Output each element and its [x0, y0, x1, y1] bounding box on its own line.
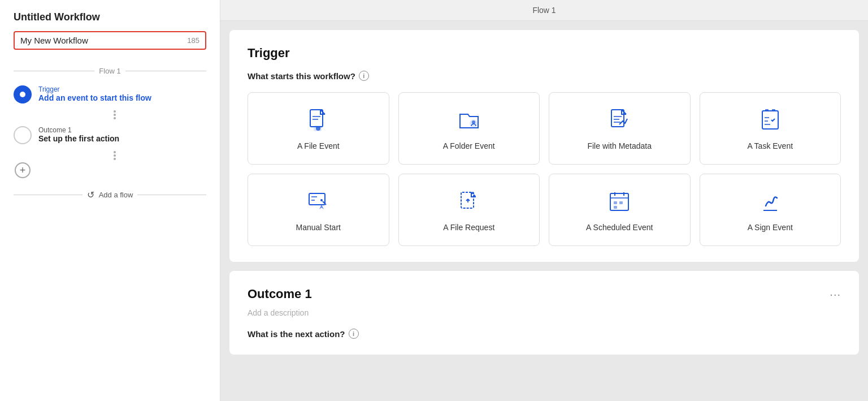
svg-point-3 — [316, 126, 320, 131]
svg-rect-14 — [614, 206, 617, 209]
add-step-button[interactable]: + — [15, 162, 31, 178]
outcome-question: What is the next action? i — [248, 329, 841, 339]
svg-point-9 — [320, 199, 323, 201]
file-request-label: A File Request — [443, 223, 494, 232]
file-event-icon — [305, 106, 332, 133]
trigger-card-file-event[interactable]: A File Event — [248, 92, 389, 165]
trigger-label: Trigger — [38, 85, 151, 93]
outcome-description: Add a description — [248, 308, 841, 317]
trigger-card-sign-event[interactable]: A Sign Event — [700, 174, 841, 246]
trigger-card-folder-event[interactable]: A Folder Event — [398, 92, 540, 165]
svg-rect-7 — [762, 111, 778, 129]
trigger-card-manual-start[interactable]: Manual Start — [248, 174, 389, 246]
trigger-panel-title: Trigger — [248, 46, 841, 61]
sidebar-title: Untitled Workflow — [14, 11, 206, 23]
file-metadata-label: File with Metadata — [587, 141, 652, 150]
trigger-card-task-event[interactable]: A Task Event — [700, 92, 841, 165]
scheduled-event-icon — [606, 188, 633, 215]
flow-connector-1 — [23, 108, 206, 122]
folder-event-label: A Folder Event — [443, 141, 495, 150]
svg-point-0 — [20, 92, 25, 97]
add-flow-icon: ↺ — [87, 189, 94, 200]
sign-event-icon — [757, 188, 784, 215]
sidebar-outcome-item[interactable]: Outcome 1 Set up the first action — [14, 122, 206, 149]
workflow-name-wrapper: 185 — [14, 31, 206, 50]
trigger-question: What starts this workflow? i — [248, 71, 841, 81]
sidebar-trigger-item[interactable]: Trigger Add an event to start this flow — [14, 81, 206, 108]
task-event-icon — [757, 106, 784, 133]
manual-start-icon — [305, 188, 332, 215]
file-request-icon — [455, 188, 483, 215]
trigger-card-file-metadata[interactable]: File with Metadata — [549, 92, 691, 165]
outcome-sublabel: Set up the first action — [38, 134, 119, 143]
outcome-options-button[interactable]: ··· — [830, 288, 841, 301]
outcome-title: Outcome 1 — [248, 287, 312, 301]
trigger-panel: Trigger What starts this workflow? i — [229, 30, 859, 262]
trigger-icon-circle — [14, 85, 32, 104]
flow-divider-1: Flow 1 — [14, 67, 206, 75]
trigger-card-scheduled-event[interactable]: A Scheduled Event — [549, 174, 691, 246]
file-event-label: A File Event — [297, 141, 340, 150]
outcome-icon-empty — [14, 126, 32, 144]
add-flow-divider[interactable]: ↺ Add a flow — [14, 189, 206, 200]
svg-rect-12 — [614, 201, 617, 204]
outcome-info-icon[interactable]: i — [349, 329, 359, 339]
sidebar: Untitled Workflow 185 Flow 1 Trigger Add… — [0, 0, 220, 401]
folder-event-icon — [455, 106, 483, 133]
trigger-dot-icon — [18, 90, 27, 99]
char-count: 185 — [187, 36, 199, 45]
trigger-sublabel: Add an event to start this flow — [38, 93, 151, 102]
svg-rect-13 — [619, 201, 623, 204]
sign-event-label: A Sign Event — [748, 223, 793, 232]
main-content: Flow 1 Trigger What starts this workflow… — [220, 0, 868, 401]
trigger-grid: A File Event A Folder Event — [248, 92, 841, 246]
svg-point-5 — [472, 120, 475, 124]
trigger-card-file-request[interactable]: A File Request — [398, 174, 540, 246]
manual-start-label: Manual Start — [296, 223, 341, 232]
outcome-label: Outcome 1 — [38, 126, 119, 134]
trigger-info-icon[interactable]: i — [359, 71, 369, 81]
flow-connector-2 — [23, 149, 206, 162]
outcome-header: Outcome 1 ··· — [248, 287, 841, 301]
file-metadata-icon — [606, 106, 633, 133]
outcome-panel: Outcome 1 ··· Add a description What is … — [229, 271, 859, 355]
workflow-name-input[interactable] — [20, 36, 183, 45]
scheduled-event-label: A Scheduled Event — [586, 223, 653, 232]
svg-rect-8 — [309, 193, 325, 205]
flow-header: Flow 1 — [220, 0, 868, 21]
task-event-label: A Task Event — [747, 141, 793, 150]
